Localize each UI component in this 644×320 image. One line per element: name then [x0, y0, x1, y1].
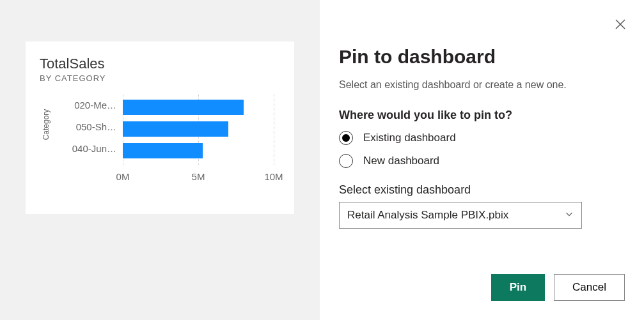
dialog-pane: Pin to dashboard Select an existing dash… [320, 0, 644, 320]
radio-label: Existing dashboard [363, 132, 456, 144]
dialog-subtitle: Select an existing dashboard or create a… [339, 79, 625, 91]
bar-label: 020-Me… [40, 100, 116, 110]
close-icon [615, 19, 625, 29]
select-dashboard-label: Select existing dashboard [339, 183, 625, 197]
x-axis-ticks: 0M 5M 10M [123, 171, 274, 184]
radio-icon [339, 131, 353, 145]
bar-rect [123, 100, 244, 115]
pin-button[interactable]: Pin [491, 274, 545, 301]
chart-area: Category 020-Me… 050-Sh… 040-Jun… [40, 95, 280, 203]
bar-label: 040-Jun… [40, 143, 116, 154]
grid-line [274, 95, 274, 165]
cancel-button[interactable]: Cancel [554, 274, 625, 301]
radio-new-dashboard[interactable]: New dashboard [339, 154, 625, 168]
close-button[interactable] [615, 19, 628, 32]
chart-subtitle: BY CATEGORY [40, 73, 280, 83]
dialog-buttons: Pin Cancel [339, 274, 625, 307]
dialog-question: Where would you like to pin to? [339, 109, 625, 122]
x-tick: 5M [192, 171, 205, 182]
preview-pane: TotalSales BY CATEGORY Category 020-Me… … [0, 0, 320, 320]
bar-rect [123, 143, 203, 158]
bars-container [123, 95, 274, 165]
dialog-title: Pin to dashboard [339, 46, 625, 68]
bar-label: 050-Sh… [40, 121, 116, 132]
select-value: Retail Analysis Sample PBIX.pbix [347, 209, 508, 222]
chart-card: TotalSales BY CATEGORY Category 020-Me… … [26, 42, 294, 214]
radio-label: New dashboard [363, 155, 439, 167]
radio-icon [339, 154, 353, 168]
x-tick: 10M [264, 171, 283, 182]
radio-existing-dashboard[interactable]: Existing dashboard [339, 131, 625, 145]
dashboard-select[interactable]: Retail Analysis Sample PBIX.pbix [339, 202, 582, 229]
chevron-down-icon [565, 209, 574, 222]
x-tick: 0M [116, 171, 130, 182]
chart-title: TotalSales [40, 56, 280, 72]
bar-rect [123, 121, 228, 137]
